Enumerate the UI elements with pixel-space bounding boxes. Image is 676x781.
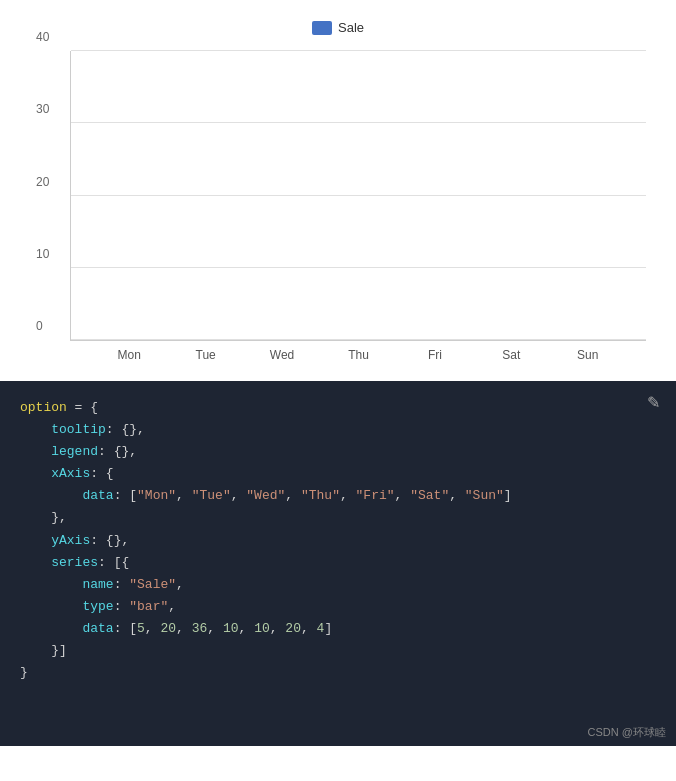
code-block: option = { tooltip: {}, legend: {}, xAxi… xyxy=(20,397,656,684)
edit-icon[interactable]: ✎ xyxy=(647,393,660,412)
chart-section: Sale 010203040 MonTueWedThuFriSatSun xyxy=(0,0,676,381)
bar-x-label: Thu xyxy=(348,348,369,362)
bar-x-label: Sun xyxy=(577,348,598,362)
y-axis-label: 30 xyxy=(36,102,49,116)
code-section: ✎ option = { tooltip: {}, legend: {}, xA… xyxy=(0,381,676,721)
bar-x-label: Wed xyxy=(270,348,294,362)
bar-x-label: Tue xyxy=(196,348,216,362)
y-axis-label: 20 xyxy=(36,175,49,189)
bar-x-label: Mon xyxy=(118,348,141,362)
chart-container: 010203040 MonTueWedThuFriSatSun xyxy=(30,51,646,371)
y-axis-label: 40 xyxy=(36,30,49,44)
y-axis-label: 10 xyxy=(36,247,49,261)
bars-container: MonTueWedThuFriSatSun xyxy=(71,51,646,340)
y-axis-label: 0 xyxy=(36,319,43,333)
watermark: CSDN @环球睦 xyxy=(0,721,676,746)
legend-label: Sale xyxy=(338,20,364,35)
chart-area: 010203040 MonTueWedThuFriSatSun xyxy=(70,51,646,341)
legend-color-box xyxy=(312,21,332,35)
bar-x-label: Sat xyxy=(502,348,520,362)
bar-x-label: Fri xyxy=(428,348,442,362)
chart-legend: Sale xyxy=(30,20,646,35)
